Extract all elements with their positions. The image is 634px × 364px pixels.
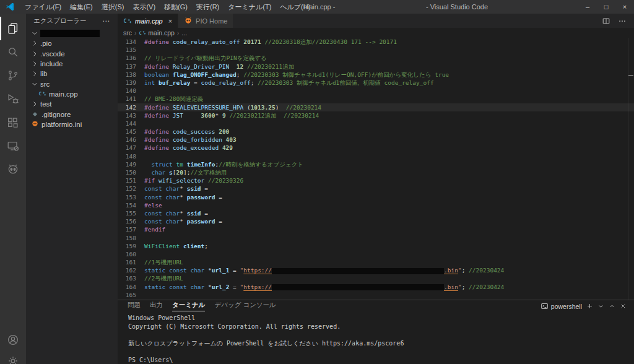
code-token: code_success xyxy=(173,128,215,135)
maximize-panel-icon[interactable] xyxy=(609,303,615,310)
tree-item-main.cpp[interactable]: Cmain.cpp xyxy=(26,89,118,99)
menu-item-7[interactable]: ターミナル(T) xyxy=(224,0,276,14)
code-line-148[interactable]: 148 xyxy=(118,152,634,160)
chevron-right-icon xyxy=(31,60,38,67)
activity-remote-explorer[interactable] xyxy=(0,134,26,158)
code-line-163[interactable]: 163//2号機用URL xyxy=(118,274,634,282)
close-panel-icon[interactable] xyxy=(620,303,627,310)
code-line-137[interactable]: 137#define Relay_Driver_PIN 12 //2023021… xyxy=(118,63,634,71)
code-line-158[interactable]: 158 xyxy=(118,234,634,242)
activity-settings[interactable] xyxy=(0,350,26,364)
gutter-gap xyxy=(136,266,144,274)
tree-item-.vscode[interactable]: .vscode xyxy=(26,49,118,59)
code-line-155[interactable]: 155const char* ssid = xyxy=(118,209,634,217)
tab-main-cpp[interactable]: Cmain.cpp× xyxy=(118,14,178,28)
activity-source-control[interactable] xyxy=(0,64,26,87)
code-line-140[interactable]: 140 xyxy=(118,87,634,95)
activity-extensions[interactable] xyxy=(0,111,26,134)
new-terminal-icon[interactable] xyxy=(586,303,593,310)
explorer-more-actions-icon[interactable]: ⋯ xyxy=(102,17,110,25)
code-line-161[interactable]: 161//1号機用URL xyxy=(118,258,634,266)
code-line-135[interactable]: 135 xyxy=(118,46,634,54)
code-editor[interactable]: 134#define code_relay_auto_off 20171 //2… xyxy=(118,38,634,300)
code-token: = xyxy=(190,79,201,86)
code-line-145[interactable]: 145#define code_success 200 xyxy=(118,128,634,136)
code-line-151[interactable]: 151#if wifi_selector //20230326 xyxy=(118,176,634,184)
tree-item-platformio.ini[interactable]: platformio.ini xyxy=(26,119,118,129)
code-line-150[interactable]: 150 char s[20];//文字格納用 xyxy=(118,168,634,176)
code-line-134[interactable]: 134#define code_relay_auto_off 20171 //2… xyxy=(118,38,634,46)
menu-item-5[interactable]: 移動(G) xyxy=(160,0,192,14)
code-line-154[interactable]: 154#else xyxy=(118,201,634,209)
code-token: #else xyxy=(144,202,162,209)
activity-explorer[interactable] xyxy=(0,17,26,40)
line-content: char s[20];//文字格納用 xyxy=(144,168,227,176)
breadcrumb-segment[interactable]: src xyxy=(123,29,132,37)
line-number: 159 xyxy=(118,242,136,250)
tree-item-.gitignore[interactable]: .gitignore xyxy=(26,109,118,119)
terminal[interactable]: Windows PowerShellCopyright (C) Microsof… xyxy=(118,312,634,364)
panel-tab-ターミナル[interactable]: ターミナル xyxy=(172,301,205,311)
more-actions-icon[interactable] xyxy=(618,17,627,25)
remote-icon xyxy=(6,139,20,153)
minimize-button[interactable]: – xyxy=(578,0,597,14)
breadcrumb-segment[interactable]: main.cpp xyxy=(148,29,175,37)
line-content: const char* ssid = xyxy=(144,209,208,217)
menu-item-2[interactable]: 編集(E) xyxy=(66,0,97,14)
gutter-gap xyxy=(136,168,144,176)
code-line-142[interactable]: 142#define SEALEVELPRESSURE_HPA (1013.25… xyxy=(118,103,634,111)
panel-tab-問題[interactable]: 問題 xyxy=(128,301,141,311)
close-tab-icon[interactable]: × xyxy=(168,17,172,25)
code-line-139[interactable]: 139int buf_relay = code_relay_off; //202… xyxy=(118,79,634,87)
code-line-159[interactable]: 159WiFiClient client; xyxy=(118,242,634,250)
code-line-162[interactable]: 162static const char *url_1 = "https://.… xyxy=(118,266,634,274)
shell-selector[interactable]: powershell xyxy=(541,302,582,310)
activity-run-debug[interactable] xyxy=(0,87,26,111)
tree-item-include[interactable]: include xyxy=(26,59,118,69)
code-token: ( xyxy=(243,104,250,111)
code-line-152[interactable]: 152const char* ssid = xyxy=(118,184,634,193)
tree-item-root-folder[interactable] xyxy=(26,28,118,38)
redacted-folder-name xyxy=(40,30,100,37)
code-line-143[interactable]: 143#define JST 3600* 9 //20230212追加 //20… xyxy=(118,111,634,119)
code-line-144[interactable]: 144 xyxy=(118,119,634,128)
code-line-156[interactable]: 156const char* password = xyxy=(118,217,634,225)
code-line-136[interactable]: 136// リレードライバ駆動用出力PINを定義する xyxy=(118,54,634,62)
line-number: 135 xyxy=(118,46,136,54)
code-line-146[interactable]: 146#define code_forbidden 403 xyxy=(118,136,634,144)
terminal-dropdown-icon[interactable] xyxy=(597,303,604,310)
activity-search[interactable] xyxy=(0,40,26,64)
code-line-147[interactable]: 147#define code_exceeded 429 xyxy=(118,144,634,152)
tab-pio-home[interactable]: PIO Home xyxy=(178,14,233,28)
split-editor-icon[interactable] xyxy=(602,17,610,25)
tree-item-lib[interactable]: lib xyxy=(26,69,118,79)
breadcrumb-segment[interactable]: ... xyxy=(181,29,187,37)
tree-item-src[interactable]: src xyxy=(26,79,118,89)
code-token: code_relay_auto_off xyxy=(173,38,240,45)
panel-tab-出力[interactable]: 出力 xyxy=(150,301,163,311)
explorer-sidebar: エクスプローラー ⋯ .pio.vscodeincludelibsrcCmain… xyxy=(26,14,118,364)
activity-platformio[interactable] xyxy=(0,158,26,181)
code-line-149[interactable]: 149 struct tm timeInfo;//時刻を格納するオブジェクト xyxy=(118,160,634,168)
code-line-141[interactable]: 141// BME-280関連定義 xyxy=(118,95,634,103)
maximize-button[interactable]: □ xyxy=(597,0,615,14)
code-line-157[interactable]: 157#endif xyxy=(118,225,634,233)
tree-item-.pio[interactable]: .pio xyxy=(26,38,118,48)
code-line-165[interactable]: 165 xyxy=(118,291,634,299)
code-line-160[interactable]: 160 xyxy=(118,250,634,258)
activity-account[interactable] xyxy=(0,329,26,350)
menu-item-6[interactable]: 実行(R) xyxy=(192,0,224,14)
code-line-153[interactable]: 153const char* password = xyxy=(118,193,634,201)
line-content: // リレードライバ駆動用出力PINを定義する xyxy=(144,54,267,62)
code-line-138[interactable]: 138boolean flag_ONOFF_changed; //2023030… xyxy=(118,71,634,79)
tree-item-test[interactable]: test xyxy=(26,99,118,109)
panel-tab-デバッグ コンソール[interactable]: デバッグ コンソール xyxy=(214,301,276,311)
menu-item-1[interactable]: ファイル(F) xyxy=(20,0,66,14)
debug-icon xyxy=(6,92,20,106)
menu-item-3[interactable]: 選択(S) xyxy=(97,0,129,14)
menu-item-4[interactable]: 表示(V) xyxy=(128,0,160,14)
code-token: * xyxy=(180,185,186,192)
code-line-164[interactable]: 164static const char *url_2 = "https://.… xyxy=(118,283,634,291)
editor-scrollbar[interactable] xyxy=(628,38,634,300)
close-button[interactable]: × xyxy=(615,0,634,14)
